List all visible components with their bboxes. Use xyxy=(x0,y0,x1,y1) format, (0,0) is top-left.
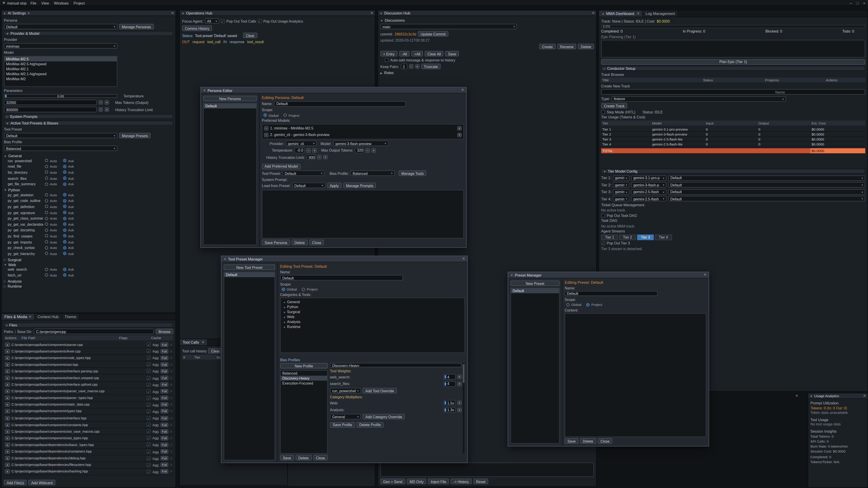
full-button[interactable]: Full xyxy=(160,463,168,467)
composer-button-inject-file[interactable]: Inject File xyxy=(428,479,449,484)
agg-checkbox[interactable]: ✓ xyxy=(147,470,151,474)
agg-checkbox[interactable]: ✓ xyxy=(147,389,151,393)
full-button[interactable]: Full xyxy=(160,369,168,373)
dialog-header[interactable]: ▼ Preset Manager × xyxy=(508,272,709,278)
ask-radio[interactable] xyxy=(63,170,66,174)
history-limit-input[interactable]: 900000 xyxy=(4,107,97,112)
auto-radio[interactable] xyxy=(45,182,48,186)
system-prompts-section[interactable]: ▷System Prompts xyxy=(4,114,173,119)
tool-preset-item[interactable]: Default xyxy=(224,272,275,277)
agg-checkbox[interactable]: ✓ xyxy=(147,356,151,360)
close-icon[interactable]: × xyxy=(637,11,640,16)
create-button[interactable]: Create xyxy=(539,43,556,49)
ask-radio[interactable] xyxy=(63,223,66,226)
temperature-slider[interactable]: 0.00 xyxy=(4,94,117,98)
auto-radio[interactable] xyxy=(45,170,48,174)
scope-global-radio[interactable] xyxy=(566,303,569,306)
model-option[interactable]: MiniMax-M2.1 xyxy=(4,66,117,71)
discussions-section[interactable]: ▼Discussions xyxy=(380,18,594,22)
files-section[interactable]: ▾Files xyxy=(4,323,173,328)
close-icon[interactable]: × xyxy=(704,273,706,277)
tab-files-media[interactable]: Files & Media× xyxy=(2,314,35,320)
tab-mma-dashboard[interactable]: ▼ MMA Dashboard × xyxy=(599,11,643,17)
model-option[interactable]: MiniMax-M2 xyxy=(4,76,117,81)
auto-radio[interactable] xyxy=(45,205,48,208)
ask-radio[interactable] xyxy=(63,211,66,214)
tier-preset-select[interactable]: Default▾ xyxy=(668,196,865,201)
load-preset-select[interactable]: Default▾ xyxy=(292,183,325,188)
auto-radio[interactable] xyxy=(45,234,48,238)
system-prompt-input[interactable] xyxy=(262,190,464,238)
minimize-icon[interactable]: ─ xyxy=(849,1,852,5)
close-icon[interactable]: × xyxy=(863,394,866,398)
new-preset-button[interactable]: New Preset xyxy=(510,281,560,286)
save-persona-button[interactable]: Save Persona xyxy=(262,239,290,245)
temperature-input[interactable]: -0.0 xyxy=(295,148,305,153)
menu-view[interactable]: View xyxy=(39,1,51,5)
provider-select[interactable]: minimax▾ xyxy=(4,43,117,48)
auto-add-checkbox[interactable]: ✓ xyxy=(385,58,389,62)
auto-radio[interactable] xyxy=(45,193,48,197)
auto-radio[interactable] xyxy=(45,199,48,202)
base-dir-input[interactable]: C:/projects/gencpp xyxy=(34,329,154,334)
conductor-setup-section[interactable]: ▷Conductor Setup xyxy=(601,66,865,71)
add-tool-override-button[interactable]: Add Tool Override xyxy=(363,388,397,393)
add-wildcard-button[interactable]: Add Wildcard xyxy=(29,480,55,485)
remove-file-button[interactable]: x xyxy=(5,436,10,440)
tier-model-config-section[interactable]: ▼Tier Model Config xyxy=(601,169,865,174)
decrement-button[interactable]: − xyxy=(409,64,413,69)
ask-radio[interactable] xyxy=(63,268,66,271)
focus-agent-select[interactable]: All▾ xyxy=(205,18,219,24)
scrollbar[interactable] xyxy=(463,363,464,453)
agg-checkbox[interactable]: ✓ xyxy=(147,383,151,387)
auto-radio[interactable] xyxy=(45,159,48,162)
remove-file-button[interactable]: x xyxy=(5,456,10,460)
tool-override-select[interactable]: run_powershell▾ xyxy=(330,388,361,393)
increment-button[interactable]: + xyxy=(105,100,109,105)
tool-group-python[interactable]: ▼Python xyxy=(4,188,173,192)
entry-button-save[interactable]: Save xyxy=(445,51,459,56)
entry-button--entry[interactable]: + Entry xyxy=(380,51,397,56)
agg-checkbox[interactable]: ✓ xyxy=(147,349,151,353)
menu-windows[interactable]: Windows xyxy=(53,1,70,5)
tool-preset-select[interactable]: Default▾ xyxy=(283,170,324,176)
model-select[interactable]: gemini-3-flash-preview▾ xyxy=(333,140,388,146)
dialog-header[interactable]: ▼ Tool Preset Manager × xyxy=(221,256,467,262)
remove-file-button[interactable]: x xyxy=(5,376,10,380)
weight-input[interactable]: 1.5x xyxy=(443,400,456,405)
full-button[interactable]: Full xyxy=(160,416,168,420)
auto-radio[interactable] xyxy=(45,165,48,168)
entry-button--all[interactable]: -All xyxy=(399,51,410,56)
persona-select[interactable]: Default▾ xyxy=(4,24,117,29)
remove-icon[interactable]: × xyxy=(457,408,462,412)
remove-icon[interactable]: × xyxy=(457,400,462,405)
tool-group-general[interactable]: ▼General xyxy=(4,154,173,158)
close-button[interactable]: Close xyxy=(309,239,324,245)
entry-button--all[interactable]: +All xyxy=(411,51,423,56)
auto-radio[interactable] xyxy=(45,273,48,277)
increment-button[interactable]: + xyxy=(105,107,109,112)
auto-radio[interactable] xyxy=(45,246,48,250)
delete-button[interactable]: Delete xyxy=(578,43,594,49)
delete-persona-button[interactable]: Delete xyxy=(291,239,308,245)
panel-menu-icon[interactable]: ≡ xyxy=(28,11,30,15)
tier-model-select[interactable]: gemini-3.1-pro-p▾ xyxy=(631,175,666,181)
auto-radio[interactable] xyxy=(45,228,48,232)
remove-file-button[interactable]: x xyxy=(5,443,10,447)
remove-icon[interactable]: × xyxy=(457,382,462,386)
plan-epic-button[interactable]: Plan Epic (Tier 1) xyxy=(601,59,865,64)
weight-input[interactable]: 4 xyxy=(443,374,456,380)
tool-group-web[interactable]: ▼Web xyxy=(4,263,173,266)
stream-tab-tier-3[interactable]: Tier 3 xyxy=(637,234,654,240)
slider-handle[interactable] xyxy=(5,95,6,97)
max-output-input[interactable]: 32000 xyxy=(355,148,364,153)
collapse-icon[interactable]: ▼ xyxy=(810,394,813,398)
tool-preset-select[interactable]: Default▾ xyxy=(4,133,117,138)
scope-project-radio[interactable] xyxy=(283,113,287,117)
delete-profile-button[interactable]: Delete Profile xyxy=(356,422,383,427)
track-name-input[interactable]: Name xyxy=(601,89,865,94)
agg-checkbox[interactable]: ✓ xyxy=(147,410,151,413)
composer-button-md-only[interactable]: MD Only xyxy=(407,479,426,484)
track-type-select[interactable]: feature▾ xyxy=(612,96,786,101)
epic-planning-input[interactable] xyxy=(601,40,865,57)
